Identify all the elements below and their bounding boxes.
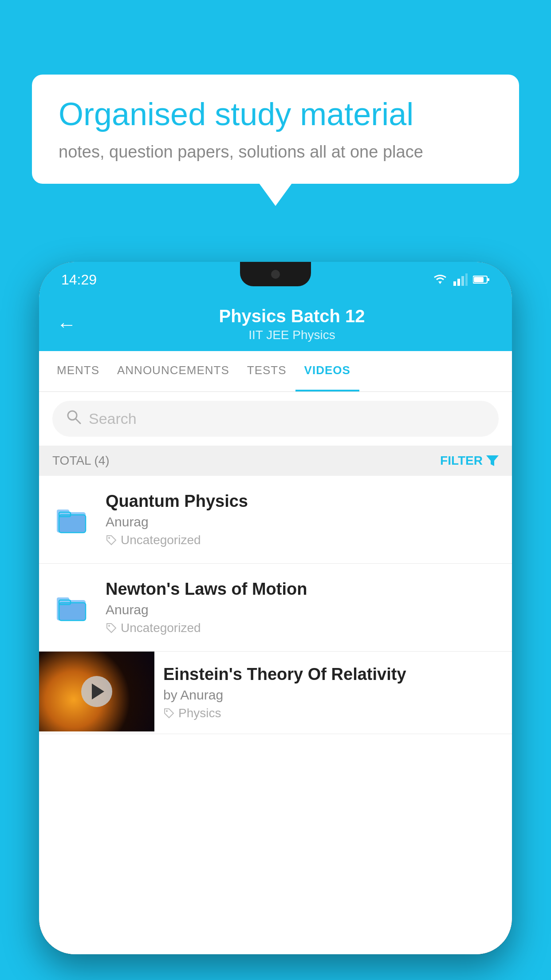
- search-container: Search: [39, 392, 512, 446]
- filter-label: FILTER: [440, 454, 483, 468]
- phone-frame: 14:29: [39, 262, 512, 954]
- play-button[interactable]: [81, 676, 112, 707]
- tabs-bar: MENTS ANNOUNCEMENTS TESTS VIDEOS: [39, 351, 512, 392]
- video-tag-einstein: Physics: [163, 706, 503, 720]
- item-tag-newton: Uncategorized: [106, 621, 499, 635]
- status-time: 14:29: [61, 272, 97, 288]
- header-main-title: Physics Batch 12: [90, 306, 494, 326]
- phone-screen: 14:29: [39, 262, 512, 954]
- filter-funnel-icon: [486, 454, 499, 467]
- wifi-icon: [432, 273, 448, 286]
- tag-icon-einstein: [163, 707, 175, 719]
- list-item[interactable]: Quantum Physics Anurag Uncategorized: [39, 476, 512, 564]
- video-thumbnail-einstein: [39, 652, 154, 731]
- video-list-item[interactable]: Einstein's Theory Of Relativity by Anura…: [39, 652, 512, 734]
- battery-icon: [473, 275, 490, 285]
- item-content-newton: Newton's Laws of Motion Anurag Uncategor…: [106, 580, 499, 635]
- svg-line-9: [76, 419, 80, 423]
- svg-rect-1: [453, 281, 456, 286]
- folder-icon-newton: [52, 588, 92, 628]
- svg-rect-4: [465, 273, 468, 286]
- svg-rect-7: [488, 278, 489, 281]
- svg-rect-19: [59, 603, 86, 620]
- search-box[interactable]: Search: [52, 401, 499, 437]
- search-placeholder: Search: [89, 410, 137, 427]
- tab-tests[interactable]: TESTS: [238, 351, 295, 391]
- tag-icon-quantum: [106, 534, 117, 546]
- filter-bar: TOTAL (4) FILTER: [39, 446, 512, 476]
- item-tag-quantum: Uncategorized: [106, 533, 499, 547]
- video-content-einstein: Einstein's Theory Of Relativity by Anura…: [154, 652, 512, 734]
- content-list: Quantum Physics Anurag Uncategorized: [39, 476, 512, 954]
- camera-dot: [271, 270, 280, 279]
- header-titles: Physics Batch 12 IIT JEE Physics: [90, 306, 494, 342]
- item-content-quantum: Quantum Physics Anurag Uncategorized: [106, 492, 499, 547]
- item-author-newton: Anurag: [106, 602, 499, 617]
- tab-announcements[interactable]: ANNOUNCEMENTS: [108, 351, 238, 391]
- header-sub-titles: IIT JEE Physics: [90, 328, 494, 342]
- total-label: TOTAL (4): [52, 454, 110, 468]
- filter-button[interactable]: FILTER: [440, 454, 499, 468]
- status-icons: [432, 273, 490, 286]
- svg-rect-13: [59, 515, 86, 533]
- speech-bubble-title: Organised study material: [59, 97, 492, 132]
- tag-icon-newton: [106, 622, 117, 634]
- svg-point-16: [108, 537, 110, 539]
- svg-rect-3: [461, 276, 464, 286]
- video-title-einstein: Einstein's Theory Of Relativity: [163, 665, 503, 684]
- item-author-quantum: Anurag: [106, 514, 499, 530]
- phone-notch: [240, 262, 311, 286]
- svg-rect-6: [474, 277, 484, 282]
- svg-marker-0: [438, 281, 442, 284]
- svg-point-23: [166, 710, 168, 712]
- item-title-newton: Newton's Laws of Motion: [106, 580, 499, 599]
- status-bar: 14:29: [39, 262, 512, 297]
- svg-rect-2: [457, 279, 460, 286]
- play-triangle-icon: [92, 684, 104, 699]
- search-icon: [66, 409, 82, 429]
- svg-marker-10: [486, 455, 499, 466]
- back-button[interactable]: ←: [57, 315, 76, 334]
- signal-icon: [453, 273, 468, 286]
- list-item[interactable]: Newton's Laws of Motion Anurag Uncategor…: [39, 564, 512, 652]
- tab-ments[interactable]: MENTS: [48, 351, 108, 391]
- folder-icon-quantum: [52, 500, 92, 540]
- tab-videos[interactable]: VIDEOS: [295, 351, 359, 391]
- speech-bubble-subtitle: notes, question papers, solutions all at…: [59, 142, 492, 162]
- svg-point-22: [108, 625, 110, 627]
- speech-bubble: Organised study material notes, question…: [32, 75, 519, 184]
- app-header: ← Physics Batch 12 IIT JEE Physics: [39, 297, 512, 351]
- video-author-einstein: by Anurag: [163, 688, 503, 703]
- item-title-quantum: Quantum Physics: [106, 492, 499, 511]
